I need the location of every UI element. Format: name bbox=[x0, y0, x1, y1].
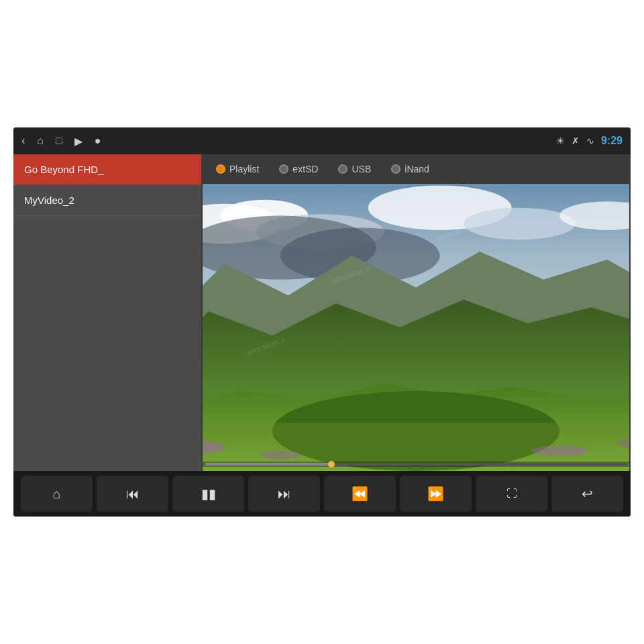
bluetooth-icon: ✗ bbox=[572, 136, 580, 146]
status-right: ☀ ✗ ∿ 9:29 bbox=[556, 135, 623, 147]
device-frame: ‹ ⌂ □ ▶ ● ☀ ✗ ∿ 9:29 Go Beyond FHD_ MyVi… bbox=[13, 127, 631, 517]
video-background bbox=[203, 184, 629, 471]
tab-playlist-dot bbox=[216, 164, 225, 174]
tab-inand[interactable]: iNand bbox=[383, 161, 437, 177]
back-nav-icon[interactable]: ‹ bbox=[21, 135, 25, 147]
tab-usb[interactable]: USB bbox=[330, 161, 379, 177]
video-player[interactable]: wincairan.ir wincairan.ir wincairan.ir bbox=[203, 184, 629, 471]
tab-playlist-label: Playlist bbox=[229, 164, 259, 174]
prev-button[interactable]: ⏮ bbox=[97, 476, 168, 512]
shopping-nav-icon[interactable]: ● bbox=[95, 135, 101, 147]
tab-extsd[interactable]: extSD bbox=[271, 161, 326, 177]
tab-inand-dot bbox=[391, 164, 400, 174]
svg-point-5 bbox=[464, 208, 575, 240]
tab-usb-label: USB bbox=[352, 164, 371, 174]
cast-icon: ☀ bbox=[556, 136, 565, 146]
progress-thumb bbox=[328, 461, 335, 468]
main-content: Go Beyond FHD_ MyVideo_2 Playlist extSD … bbox=[13, 154, 631, 471]
transport-bar: ⌂ ⏮ ▮▮ ⏭ ⏪ ⏩ ⛶ ↩ bbox=[13, 471, 631, 517]
home-nav-icon[interactable]: ⌂ bbox=[37, 135, 44, 147]
video-landscape: wincairan.ir wincairan.ir wincairan.ir bbox=[203, 184, 629, 471]
time-display: 9:29 bbox=[601, 135, 623, 147]
fullscreen-button[interactable]: ⛶ bbox=[476, 476, 547, 512]
fastfwd-button[interactable]: ⏩ bbox=[400, 476, 472, 512]
tab-extsd-dot bbox=[279, 164, 288, 174]
svg-point-15 bbox=[260, 450, 300, 460]
progress-fill bbox=[205, 463, 331, 466]
video-area: Playlist extSD USB iNand bbox=[201, 154, 631, 471]
next-button[interactable]: ⏭ bbox=[248, 476, 320, 512]
progress-track bbox=[205, 463, 627, 466]
tab-usb-dot bbox=[338, 164, 347, 174]
tab-playlist[interactable]: Playlist bbox=[208, 161, 267, 177]
pause-button[interactable]: ▮▮ bbox=[172, 476, 244, 512]
playlist-item-2[interactable]: MyVideo_2 bbox=[13, 185, 201, 216]
source-tabs: Playlist extSD USB iNand bbox=[201, 154, 631, 184]
wifi-icon: ∿ bbox=[586, 136, 594, 146]
home-button[interactable]: ⌂ bbox=[21, 476, 93, 512]
camera-nav-icon[interactable]: ▶ bbox=[74, 135, 83, 148]
progress-bar-container[interactable] bbox=[203, 462, 629, 467]
rewind-button[interactable]: ⏪ bbox=[324, 476, 396, 512]
status-bar: ‹ ⌂ □ ▶ ● ☀ ✗ ∿ 9:29 bbox=[13, 127, 631, 154]
recents-nav-icon[interactable]: □ bbox=[56, 135, 62, 147]
playlist-item-1[interactable]: Go Beyond FHD_ bbox=[13, 154, 201, 185]
svg-point-16 bbox=[531, 445, 587, 457]
back-button[interactable]: ↩ bbox=[551, 476, 623, 512]
tab-extsd-label: extSD bbox=[292, 164, 318, 174]
nav-icons: ‹ ⌂ □ ▶ ● bbox=[21, 135, 101, 148]
tab-inand-label: iNand bbox=[405, 164, 429, 174]
playlist-panel: Go Beyond FHD_ MyVideo_2 bbox=[13, 154, 201, 471]
